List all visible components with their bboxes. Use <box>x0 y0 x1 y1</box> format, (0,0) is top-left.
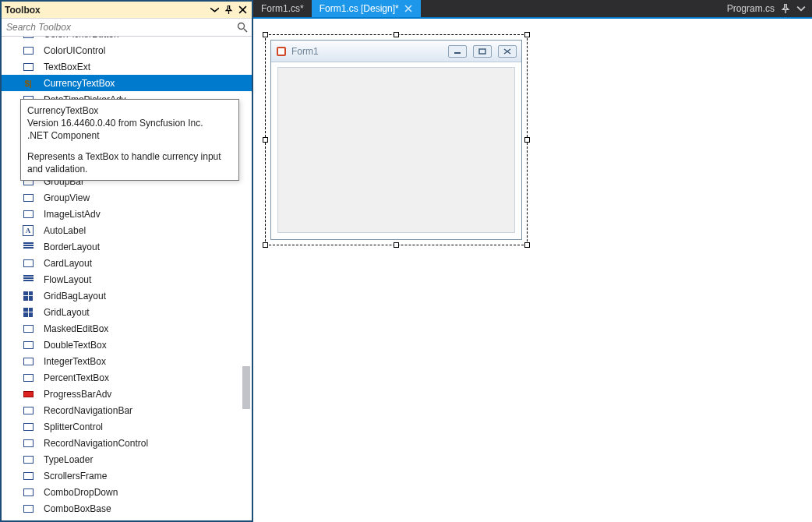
toolbox-item[interactable]: ImageListAdv <box>2 206 252 222</box>
toolbox-tooltip: CurrencyTextBox Version 16.4460.0.40 fro… <box>20 99 239 181</box>
resize-handle-w[interactable] <box>263 137 268 143</box>
toolbox-item[interactable]: DoubleTextBox <box>2 337 252 353</box>
form-maximize-button[interactable] <box>473 45 492 58</box>
toolbox-item[interactable]: $|CurrencyTextBox <box>2 75 252 91</box>
toolbox-item[interactable]: ColorUIControl <box>2 42 252 58</box>
form-client-area[interactable] <box>277 67 515 233</box>
toolbox-item[interactable]: ProgressBarAdv <box>2 386 252 402</box>
toolbox-item-icon <box>22 519 34 521</box>
toolbox-item-icon <box>22 192 34 204</box>
tab-close-icon[interactable] <box>404 4 413 13</box>
toolbox-item-label: BorderLayout <box>44 242 100 252</box>
svg-rect-4 <box>479 49 485 54</box>
toolbox-item-label: AutoLabel <box>44 225 86 236</box>
toolbox-item-label: GridLayout <box>44 307 90 318</box>
tooltip-description: Represents a TextBox to handle currency … <box>27 150 232 175</box>
active-files-dropdown-icon[interactable] <box>796 4 806 13</box>
toolbox-item-label: GridBagLayout <box>44 291 106 302</box>
tooltip-component: .NET Component <box>27 129 232 142</box>
svg-point-0 <box>238 23 245 30</box>
toolbox-item[interactable]: TypeLoader <box>2 451 252 467</box>
toolbox-item-label: ImageListAdv <box>44 209 101 220</box>
toolbox-item-label: ScrollersFrame <box>44 471 107 481</box>
toolbox-pin-button[interactable] <box>222 4 235 16</box>
toolbox-item-label: ColorPickerButton <box>44 37 119 40</box>
document-tabstrip: Form1.cs*Form1.cs [Design]* Program.cs <box>253 0 812 17</box>
toolbox-item[interactable]: AAutoLabel <box>2 222 252 238</box>
toolbox-item[interactable]: SplitterControl <box>2 418 252 435</box>
tab-right-doc[interactable]: Program.cs <box>727 3 775 14</box>
toolbox-search-row <box>2 19 252 37</box>
resize-handle-e[interactable] <box>524 137 530 143</box>
designer-canvas[interactable]: Form1 <box>253 17 812 522</box>
toolbox-item-icon <box>22 355 34 368</box>
toolbox-item-icon <box>22 470 34 482</box>
toolbox-item-label: IntegerTextBox <box>44 356 106 367</box>
form-title: Form1 <box>291 46 442 57</box>
tab-label: Form1.cs* <box>261 3 304 14</box>
toolbox-item-label: RecordNavigationControl <box>44 438 148 449</box>
form-close-button[interactable] <box>498 45 517 58</box>
toolbox-item[interactable]: GroupView <box>2 189 252 206</box>
toolbox-item-icon <box>22 486 34 499</box>
editor-area: Form1.cs*Form1.cs [Design]* Program.cs <box>253 0 812 522</box>
svg-rect-3 <box>454 52 461 54</box>
toolbox-item[interactable]: BorderLayout <box>2 238 252 255</box>
toolbox-item[interactable]: MaskedEditBox <box>2 320 252 337</box>
toolbox-item[interactable]: EditableList <box>2 517 252 520</box>
toolbox-item-label: ComboDropDown <box>44 487 118 498</box>
resize-handle-ne[interactable] <box>524 32 530 37</box>
toolbox-item[interactable]: RecordNavigationBar <box>2 402 252 418</box>
toolbox-item[interactable]: CardLayout <box>2 255 252 271</box>
toolbox-item-icon <box>22 503 34 515</box>
toolbox-item[interactable]: TextBoxExt <box>2 58 252 75</box>
toolbox-item[interactable]: RecordNavigationControl <box>2 435 252 451</box>
document-tab[interactable]: Form1.cs [Design]* <box>312 0 421 17</box>
toolbox-item-label: TextBoxExt <box>44 62 90 72</box>
toolbox-item-icon <box>22 290 34 302</box>
toolbox-item-icon <box>22 208 34 220</box>
toolbox-item[interactable]: ComboDropDown <box>2 484 252 500</box>
pin-icon[interactable] <box>781 4 790 13</box>
toolbox-item-label: ProgressBarAdv <box>44 389 111 400</box>
toolbox-item[interactable]: IntegerTextBox <box>2 353 252 369</box>
resize-handle-n[interactable] <box>394 32 399 37</box>
designer-form[interactable]: Form1 <box>270 40 522 240</box>
toolbox-item-icon <box>22 241 34 253</box>
toolbox-item-label: PercentTextBox <box>44 372 109 383</box>
toolbox-close-button[interactable] <box>236 4 249 16</box>
resize-handle-sw[interactable] <box>263 242 268 248</box>
toolbox-window-position-button[interactable] <box>208 4 221 16</box>
form-app-icon <box>276 46 287 57</box>
toolbox-item-icon <box>22 257 34 270</box>
search-icon[interactable] <box>236 21 249 34</box>
toolbox-item-icon <box>22 437 34 450</box>
toolbox-item[interactable]: PercentTextBox <box>2 369 252 386</box>
form-minimize-button[interactable] <box>448 45 467 58</box>
toolbox-item[interactable]: ScrollersFrame <box>2 467 252 484</box>
toolbox-title: Toolbox <box>5 5 207 16</box>
toolbox-item-icon <box>22 323 34 335</box>
document-tab[interactable]: Form1.cs* <box>253 0 312 17</box>
tabstrip-spacer <box>421 0 721 17</box>
toolbox-search-input[interactable] <box>5 20 236 34</box>
toolbox-item-label: DoubleTextBox <box>44 340 107 351</box>
toolbox-item-icon <box>22 453 34 466</box>
toolbox-item-label: ComboBoxBase <box>44 503 111 514</box>
toolbox-header: Toolbox <box>2 2 252 19</box>
resize-handle-s[interactable] <box>394 242 399 248</box>
toolbox-item[interactable]: ComboBoxBase <box>2 500 252 517</box>
resize-handle-se[interactable] <box>524 242 530 248</box>
toolbox-item-icon <box>22 44 34 57</box>
toolbox-item[interactable]: GridLayout <box>2 304 252 320</box>
toolbox-item[interactable]: ColorPickerButton <box>2 37 252 42</box>
toolbox-item[interactable]: GridBagLayout <box>2 287 252 304</box>
toolbox-item[interactable]: FlowLayout <box>2 271 252 287</box>
toolbox-item-icon <box>22 339 34 351</box>
toolbox-item-label: FlowLayout <box>44 274 91 285</box>
toolbox-item-label: TypeLoader <box>44 454 93 465</box>
resize-handle-nw[interactable] <box>263 32 268 37</box>
toolbox-item-icon <box>22 37 34 41</box>
toolbox-item-label: GroupView <box>44 192 90 203</box>
toolbox-scrollbar-thumb[interactable] <box>242 366 250 409</box>
